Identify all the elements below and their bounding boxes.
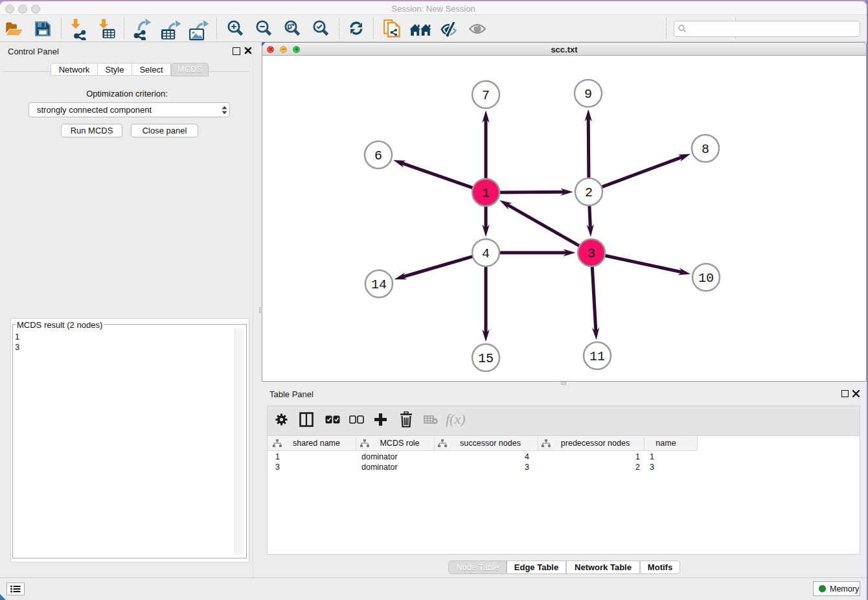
svg-text:10: 10 [698, 271, 714, 286]
svg-text:7: 7 [482, 88, 490, 103]
svg-text:11: 11 [589, 349, 605, 364]
svg-text:14: 14 [371, 277, 387, 292]
svg-text:15: 15 [478, 351, 494, 366]
svg-text:8: 8 [702, 142, 709, 157]
svg-text:1: 1 [482, 186, 490, 201]
svg-text:2: 2 [585, 185, 593, 200]
svg-text:4: 4 [482, 246, 490, 261]
svg-text:9: 9 [584, 87, 592, 102]
svg-text:6: 6 [374, 148, 382, 163]
svg-text:3: 3 [588, 246, 595, 261]
